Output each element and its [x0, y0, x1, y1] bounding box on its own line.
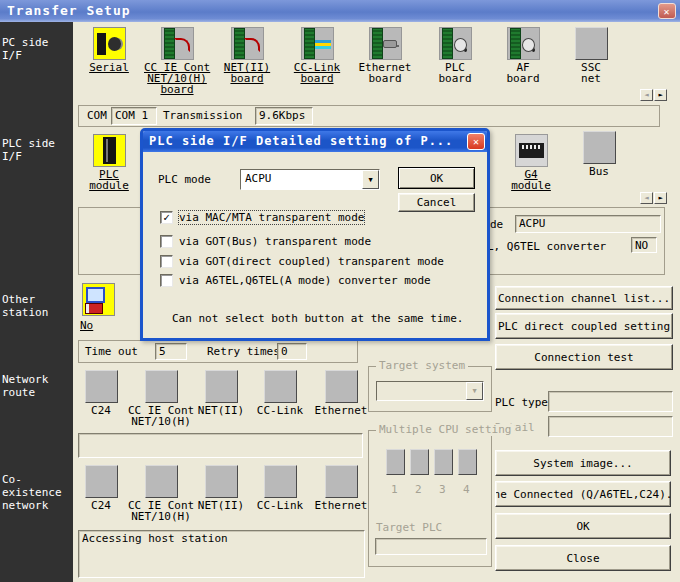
other-station-no-icon[interactable] — [82, 283, 115, 316]
ethernet-icon — [325, 465, 358, 498]
pc-if-ethernet-board[interactable]: Ethernet board — [352, 27, 418, 84]
plc-mode-value: ACPU — [241, 170, 362, 189]
plc-if-plc-module[interactable]: PLC module — [76, 134, 142, 191]
cclink-board-icon — [301, 27, 334, 60]
dialog-close-icon[interactable]: ✕ — [467, 133, 485, 150]
dialog-title: PLC side I/F Detailed setting of P... — [149, 134, 453, 148]
cclink-icon — [264, 465, 297, 498]
multiple-cpu-setting-group: Multiple CPU setting 1 2 3 4 Target PLC — [368, 430, 492, 567]
other-station-no-label[interactable]: No — [80, 319, 93, 332]
cpu3-label: 3 — [439, 483, 446, 496]
cpu4-label: 4 — [463, 483, 470, 496]
transmission-speed-field[interactable]: 9.6Kbps — [255, 107, 313, 125]
pc-if-plc-label[interactable]: PLC board — [422, 62, 488, 84]
coexistence-cclink-label: CC-Link — [247, 500, 313, 511]
connection-test-button[interactable]: Connection test — [495, 344, 673, 370]
scroll-right-icon[interactable]: ► — [654, 89, 667, 101]
checkbox-a6tel-converter[interactable]: ✓ — [160, 274, 173, 287]
system-image-button[interactable]: System image... — [495, 450, 671, 476]
coexistence-net2[interactable]: NET(II) — [188, 465, 254, 511]
converter-fragment-label: L, Q6TEL converter — [487, 240, 606, 253]
close-icon[interactable]: ✕ — [658, 3, 676, 19]
coexistence-ethernet-label: Ethernet — [308, 500, 374, 511]
com-label: COM — [87, 109, 107, 122]
pc-if-ccie-label[interactable]: CC IE Cont NET/10(H) board — [144, 62, 210, 95]
plc-direct-coupled-setting-button[interactable]: PLC direct coupled setting — [495, 313, 673, 339]
pc-if-net2-board[interactable]: NET(II) board — [214, 27, 280, 84]
window-titlebar[interactable]: Transfer Setup ✕ — [0, 0, 680, 22]
dialog-titlebar[interactable]: PLC side I/F Detailed setting of P... — [143, 131, 487, 152]
checkbox-got-direct[interactable]: ✓ — [160, 255, 173, 268]
ccie-icon — [145, 370, 178, 403]
pc-if-net2-label[interactable]: NET(II) board — [214, 62, 280, 84]
coexistence-ethernet[interactable]: Ethernet — [308, 465, 374, 511]
network-route-cclink[interactable]: CC-Link — [247, 370, 313, 416]
pc-if-serial[interactable]: Serial — [76, 27, 142, 73]
plc-module-label[interactable]: PLC module — [76, 169, 142, 191]
network-route-net2[interactable]: NET(II) — [188, 370, 254, 416]
c24-icon — [85, 370, 118, 403]
g4-module-label[interactable]: G4 module — [498, 169, 564, 191]
target-system-select: ▼ — [376, 381, 484, 401]
connection-channel-list-button[interactable]: Connection channel list... — [495, 286, 673, 310]
pc-if-plc-board[interactable]: PLC board — [422, 27, 488, 84]
pc-if-cclink-label[interactable]: CC-Link board — [284, 62, 350, 84]
pc-if-af-label[interactable]: AF board — [490, 62, 556, 84]
detail-field — [548, 416, 673, 437]
chevron-down-icon[interactable]: ▼ — [362, 170, 379, 189]
pc-if-serial-label[interactable]: Serial — [76, 62, 142, 73]
pc-if-af-board[interactable]: AF board — [490, 27, 556, 84]
plc-if-g4-module[interactable]: G4 module — [498, 134, 564, 191]
g4-module-icon — [515, 134, 548, 167]
label-plc-side-if: PLC side I/F — [2, 137, 55, 163]
window-title: Transfer Setup — [7, 3, 131, 18]
coexistence-ccie[interactable]: CC IE Cont NET/10(H) — [128, 465, 194, 522]
network-route-ethernet[interactable]: Ethernet — [308, 370, 374, 416]
checkbox-got-bus-label[interactable]: via GOT(Bus) transparent mode — [179, 235, 371, 248]
cclink-icon — [264, 370, 297, 403]
label-coexistence-network: Co-existence network — [2, 473, 73, 512]
scroll-right-icon[interactable]: ► — [654, 192, 667, 204]
checkbox-mac-mta-label[interactable]: via MAC/MTA transparent mode — [179, 211, 364, 224]
checkbox-a6tel-converter-label[interactable]: via A6TEL,Q6TEL(A mode) converter mode — [179, 274, 431, 287]
ok-button[interactable]: OK — [495, 513, 671, 539]
cpu1-label: 1 — [391, 483, 398, 496]
timeout-field[interactable]: 5 — [155, 343, 187, 360]
checkbox-got-bus[interactable]: ✓ — [160, 235, 173, 248]
pc-if-ccie-board[interactable]: CC IE Cont NET/10(H) board — [144, 27, 210, 95]
line-connected-button[interactable]: ine Connected (Q/A6TEL,C24).. — [495, 481, 671, 507]
plc-if-bus[interactable]: Bus — [566, 131, 632, 177]
scroll-left-icon[interactable]: ◄ — [640, 192, 653, 204]
scroll-right-glyph: ► — [658, 91, 662, 99]
converter-value-field: NO — [631, 237, 657, 253]
scroll-left-icon[interactable]: ◄ — [640, 89, 653, 101]
target-plc-label: Target PLC — [376, 521, 442, 534]
coexistence-cclink[interactable]: CC-Link — [247, 465, 313, 511]
dialog-cancel-button[interactable]: Cancel — [398, 193, 475, 212]
dialog-ok-button[interactable]: OK — [398, 167, 475, 189]
ccie-icon — [145, 465, 178, 498]
serial-port-icon — [93, 27, 126, 60]
network-route-c24[interactable]: C24 — [68, 370, 134, 416]
check-icon: ✓ — [163, 211, 170, 224]
checkbox-mac-mta[interactable]: ✓ — [160, 211, 173, 224]
pc-if-cclink-board[interactable]: CC-Link board — [284, 27, 350, 84]
section-sidebar: PC side I/F PLC side I/F Other station N… — [0, 22, 73, 582]
multiple-cpu-legend: Multiple CPU setting — [376, 424, 514, 436]
pc-if-ethernet-label[interactable]: Ethernet board — [352, 62, 418, 84]
bus-label[interactable]: Bus — [566, 166, 632, 177]
close-glyph: ✕ — [663, 1, 670, 22]
network-route-ccie[interactable]: CC IE Cont NET/10(H) — [128, 370, 194, 427]
ethernet-board-icon — [369, 27, 402, 60]
close-button[interactable]: Close — [495, 545, 671, 571]
status-box: Accessing host station — [78, 530, 365, 578]
dropdown-glyph: ▼ — [368, 176, 372, 184]
pc-if-ssc-net[interactable]: SSC net — [558, 27, 624, 84]
coexistence-c24[interactable]: C24 — [68, 465, 134, 511]
checkbox-got-direct-label[interactable]: via GOT(direct coupled) transparent mode — [179, 255, 444, 268]
cpu1-icon — [386, 449, 405, 475]
pc-if-ssc-label[interactable]: SSC net — [558, 62, 624, 84]
plc-mode-select[interactable]: ACPU ▼ — [240, 169, 380, 190]
com-port-field[interactable]: COM 1 — [111, 107, 157, 125]
retry-times-field[interactable]: 0 — [277, 343, 307, 360]
